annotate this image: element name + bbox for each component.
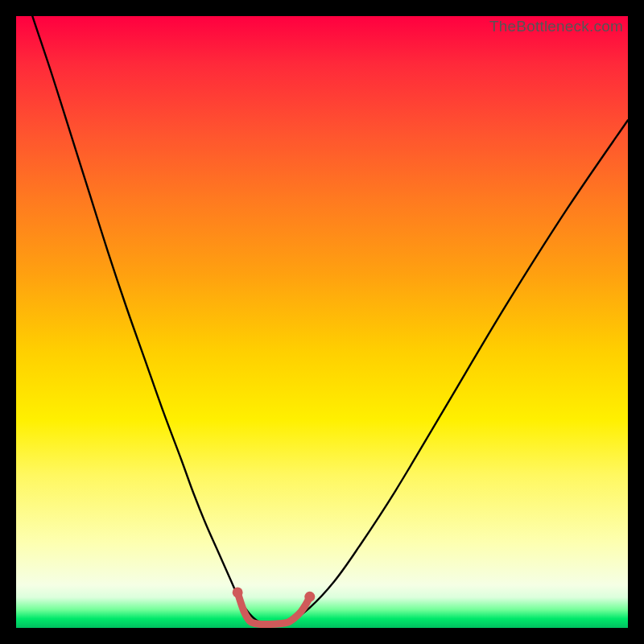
highlight-segment: [237, 592, 310, 625]
highlight-dots: [233, 587, 316, 601]
highlight-dot: [304, 592, 315, 602]
bottleneck-curve: [16, 0, 628, 624]
curve-svg: [16, 16, 628, 628]
plot-area: TheBottleneck.com: [16, 16, 628, 628]
chart-frame: TheBottleneck.com: [0, 0, 644, 644]
highlight-dot: [233, 587, 243, 597]
